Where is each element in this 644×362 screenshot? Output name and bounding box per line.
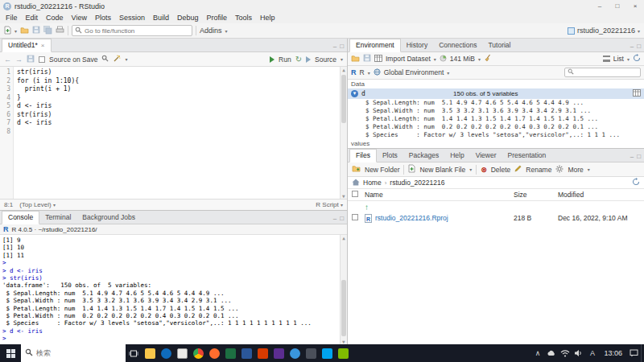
taskbar-app-8-icon[interactable] (254, 344, 270, 362)
tab-connections[interactable]: Connections (433, 39, 482, 51)
rerun-icon[interactable]: ↻ (295, 55, 302, 64)
menu-file[interactable]: File (2, 14, 22, 22)
menu-debug[interactable]: Debug (173, 14, 203, 22)
pane-minimize-icon[interactable]: – (630, 153, 634, 160)
column-modified[interactable]: Modified (558, 191, 640, 199)
new-file-icon[interactable] (4, 26, 11, 36)
console-output[interactable]: [1] 9 [1] 10 [1] 11 > > d <- iris > str(… (0, 235, 347, 344)
pane-minimize-icon[interactable]: – (630, 43, 634, 50)
taskbar-app-12-icon[interactable] (319, 344, 335, 362)
pane-maximize-icon[interactable]: □ (340, 215, 344, 222)
pane-maximize-icon[interactable]: □ (637, 153, 641, 160)
tab-environment[interactable]: Environment (349, 39, 401, 52)
taskbar-app-2-icon[interactable] (158, 344, 174, 362)
pane-maximize-icon[interactable]: □ (340, 43, 344, 50)
column-size[interactable]: Size (514, 191, 558, 199)
memory-caret-icon[interactable]: ▾ (478, 56, 481, 62)
menu-view[interactable]: View (68, 14, 91, 22)
source-icon[interactable] (306, 56, 311, 63)
taskbar-app-9-icon[interactable] (270, 344, 287, 362)
back-icon[interactable]: ← (4, 56, 11, 64)
refresh-icon[interactable] (633, 54, 641, 64)
clock[interactable]: 13:06 (599, 349, 627, 357)
tab-untitled1[interactable]: Untitled1*× (2, 39, 52, 52)
run-button[interactable]: Run (279, 56, 291, 64)
breadcrumb-project[interactable]: rstudio_20221216 (390, 179, 444, 187)
environment-search-box[interactable] (564, 68, 641, 77)
console-scrollbar[interactable]: ▲▼ (340, 235, 347, 344)
menu-plots[interactable]: Plots (91, 14, 115, 22)
more-caret-icon[interactable]: ▾ (588, 167, 590, 172)
close-tab-icon[interactable]: × (41, 42, 45, 49)
save-workspace-icon[interactable] (363, 54, 371, 64)
menu-profile[interactable]: Profile (203, 14, 232, 22)
view-data-icon[interactable] (633, 89, 641, 98)
breadcrumb-home[interactable]: Home (363, 179, 382, 187)
view-mode-label[interactable]: List (613, 55, 624, 63)
start-button[interactable] (0, 344, 21, 362)
scope-selector[interactable]: (Top Level) ▾ (19, 201, 56, 208)
object-row-d[interactable]: ▼ d 150 obs. of 5 variables (348, 88, 644, 99)
taskbar-app-7-icon[interactable] (238, 344, 254, 362)
taskbar-search-box[interactable] (21, 344, 126, 362)
ime-indicator[interactable]: A (585, 344, 599, 362)
forward-icon[interactable]: → (15, 56, 23, 64)
taskbar-app-13-icon[interactable] (335, 344, 351, 362)
new-file-caret-icon[interactable]: ▾ (14, 28, 17, 34)
taskbar-app-5-icon[interactable] (206, 344, 222, 362)
language-caret-icon[interactable]: ▾ (368, 70, 370, 76)
addins-caret-icon[interactable]: ▾ (225, 28, 228, 34)
tab-viewer[interactable]: Viewer (470, 150, 502, 162)
goto-file-function-box[interactable] (72, 25, 192, 36)
tab-background-jobs[interactable]: Background Jobs (76, 212, 141, 224)
import-dataset-button[interactable]: Import Dataset (386, 55, 431, 63)
up-directory-icon[interactable]: ↑ (365, 203, 369, 212)
taskbar-app-3-icon[interactable] (174, 344, 190, 362)
clear-objects-icon[interactable] (484, 54, 492, 64)
code-tools-caret-icon[interactable]: ▾ (125, 56, 127, 62)
tab-tutorial[interactable]: Tutorial (482, 39, 516, 51)
taskbar-app-10-icon[interactable] (287, 344, 303, 362)
import-dataset-caret-icon[interactable]: ▾ (434, 56, 436, 62)
refresh-icon[interactable] (632, 178, 640, 187)
taskbar-search-input[interactable] (36, 349, 117, 357)
cloud-icon[interactable] (544, 344, 558, 362)
tray-expand-icon[interactable]: ∧ (530, 344, 544, 362)
taskbar-app-11-icon[interactable] (303, 344, 319, 362)
save-icon[interactable] (27, 55, 35, 64)
open-file-icon[interactable] (20, 27, 29, 35)
file-row[interactable]: R rstudio_20221216.Rproj 218 B Dec 16, 2… (348, 212, 644, 224)
tab-plots[interactable]: Plots (377, 150, 403, 162)
new-blank-file-caret-icon[interactable]: ▾ (469, 167, 472, 172)
save-all-icon[interactable] (43, 26, 52, 36)
menu-build[interactable]: Build (149, 14, 173, 22)
file-type-selector[interactable]: R Script ▾ (316, 201, 343, 208)
maximize-window-icon[interactable]: □ (609, 0, 626, 12)
memory-usage-icon[interactable] (440, 55, 447, 64)
code-tools-icon[interactable] (113, 55, 121, 64)
list-view-icon[interactable] (603, 56, 610, 62)
delete-button[interactable]: Delete (491, 166, 511, 174)
environment-search-input[interactable] (576, 69, 640, 76)
run-icon[interactable] (270, 56, 275, 63)
tab-history[interactable]: History (401, 39, 433, 51)
taskbar-app-4-icon[interactable] (190, 344, 206, 362)
minimize-window-icon[interactable]: – (591, 0, 609, 12)
code-editor[interactable]: 1 2 3 4 5 6 7 8 str(iris) for (i in 1:10… (0, 67, 347, 199)
tab-packages[interactable]: Packages (403, 150, 444, 162)
column-name[interactable]: Name (365, 191, 514, 199)
menu-code[interactable]: Code (42, 14, 68, 22)
language-selector[interactable]: R (360, 68, 365, 76)
save-icon[interactable] (32, 26, 40, 35)
open-workspace-icon[interactable] (351, 55, 360, 64)
source-on-save-checkbox[interactable] (39, 56, 45, 63)
view-mode-caret-icon[interactable]: ▾ (627, 56, 630, 62)
tab-help[interactable]: Help (444, 150, 469, 162)
menu-help[interactable]: Help (256, 14, 279, 22)
project-selector[interactable]: rstudio_20221216 ▾ (568, 27, 640, 35)
show-desktop-button[interactable] (641, 344, 644, 362)
rename-button[interactable]: Rename (526, 166, 551, 174)
menu-session[interactable]: Session (115, 14, 149, 22)
editor-scrollbar[interactable]: ▲▼ (340, 67, 347, 199)
pane-minimize-icon[interactable]: – (333, 43, 336, 50)
